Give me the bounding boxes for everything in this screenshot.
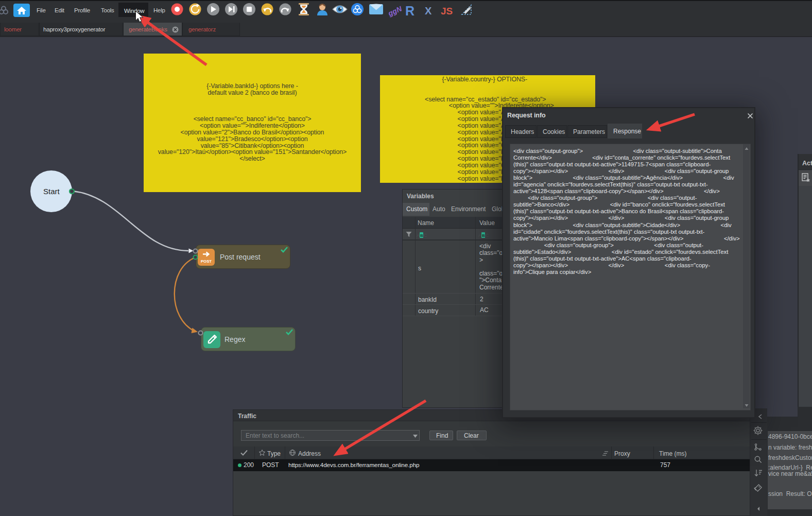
- svg-text:R: R: [405, 4, 414, 18]
- svg-text:X: X: [425, 5, 432, 16]
- svg-text:JS: JS: [441, 6, 453, 16]
- svg-text:POST: POST: [201, 259, 212, 264]
- svg-text:ggN: ggN: [386, 4, 403, 18]
